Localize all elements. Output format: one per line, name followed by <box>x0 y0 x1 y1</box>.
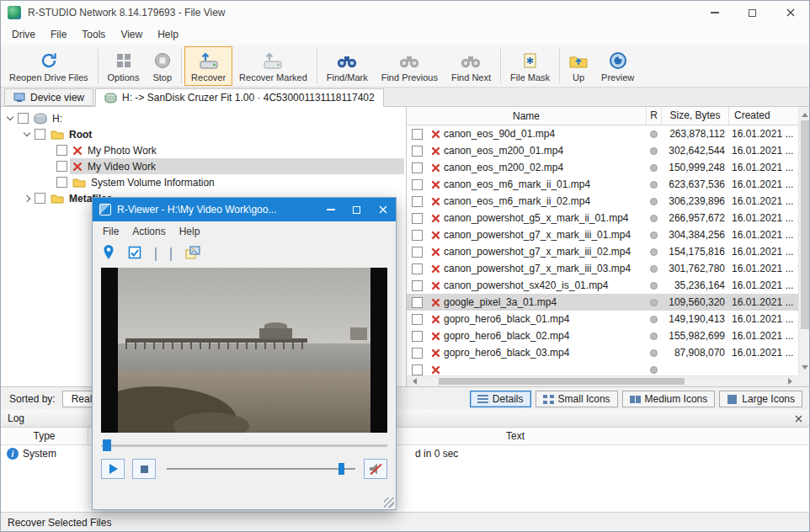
playback-progress-slider[interactable] <box>101 439 387 451</box>
scroll-down-arrow[interactable] <box>802 365 808 373</box>
file-checkbox[interactable] <box>412 364 423 375</box>
recover-marked-button[interactable]: Recover Marked <box>232 46 314 86</box>
tab-device-view[interactable]: Device view <box>4 88 93 106</box>
file-checkbox[interactable] <box>412 314 423 325</box>
file-row[interactable]: canon_powershot_sx420_is_01.mp4 35,236,1… <box>407 277 798 294</box>
menu-view[interactable]: View <box>113 26 150 43</box>
file-checkbox[interactable] <box>412 230 423 241</box>
file-row[interactable]: canon_powershot_g5_x_mark_ii_01.mp4 266,… <box>407 210 798 226</box>
rviewer-menu-file[interactable]: File <box>96 224 125 239</box>
file-row[interactable]: canon_eos_90d_01.mp4 263,878,112 16.01.2… <box>407 125 798 142</box>
file-row[interactable]: canon_eos_m6_mark_ii_01.mp4 623,637,536 … <box>407 176 798 193</box>
next-file-button[interactable] <box>170 247 172 259</box>
log-close-button[interactable] <box>795 415 802 423</box>
tree-checkbox[interactable] <box>35 193 45 204</box>
file-row[interactable]: gopro_hero6_black_01.mp4 149,190,413 16.… <box>407 311 798 327</box>
tree-checkbox[interactable] <box>56 177 67 188</box>
reopen-drive-files-button[interactable]: Reopen Drive Files <box>3 46 95 86</box>
horizontal-scrollbar[interactable] <box>407 375 798 386</box>
file-row[interactable]: canon_eos_m200_01.mp4 302,642,544 16.01.… <box>407 142 798 159</box>
tree-checkbox[interactable] <box>56 145 67 156</box>
file-checkbox[interactable] <box>412 196 423 207</box>
maximize-button[interactable] <box>733 1 771 24</box>
find-next-button[interactable]: Find Next <box>445 46 498 86</box>
expander-down-icon[interactable] <box>7 114 13 120</box>
tree-checkbox[interactable] <box>56 161 67 172</box>
file-checkbox[interactable] <box>412 247 423 258</box>
file-checkbox[interactable] <box>412 348 423 359</box>
file-checkbox[interactable] <box>412 162 423 173</box>
previous-file-button[interactable] <box>155 247 157 259</box>
close-button[interactable] <box>771 1 809 24</box>
progress-track[interactable] <box>101 444 387 447</box>
log-column-text[interactable]: Text <box>506 428 525 444</box>
expander-down-icon[interactable] <box>24 130 30 136</box>
progress-handle[interactable] <box>103 439 111 451</box>
file-checkbox[interactable] <box>412 129 423 140</box>
rviewer-minimize-button[interactable] <box>317 198 344 221</box>
scroll-up-arrow[interactable] <box>802 109 808 117</box>
preview-button[interactable]: Preview <box>594 46 641 86</box>
tree-item-my-video-work[interactable]: My Video Work <box>1 158 406 174</box>
small-icons-view-button[interactable]: Small Icons <box>536 391 618 407</box>
vertical-scroll-thumb[interactable] <box>801 120 809 329</box>
column-name[interactable]: Name <box>407 110 646 122</box>
expander-right-icon[interactable] <box>24 194 30 201</box>
volume-handle[interactable] <box>338 463 344 475</box>
position-pin-button[interactable] <box>103 244 115 263</box>
file-row[interactable] <box>407 361 798 375</box>
horizontal-scroll-thumb[interactable] <box>439 378 685 385</box>
rviewer-menu-help[interactable]: Help <box>173 224 207 239</box>
options-button[interactable]: Options <box>101 46 147 86</box>
volume-track[interactable] <box>167 468 355 470</box>
up-button[interactable]: Up <box>562 46 594 86</box>
file-checkbox[interactable] <box>412 263 423 274</box>
tree-checkbox[interactable] <box>35 129 45 140</box>
column-recovery[interactable]: R <box>646 107 661 125</box>
file-row[interactable]: canon_powershot_g7_x_mark_iii_01.mp4 304… <box>407 226 798 243</box>
file-row[interactable]: canon_eos_m200_02.mp4 150,999,248 16.01.… <box>407 159 798 176</box>
column-created[interactable]: Created <box>728 107 798 125</box>
tab-drive-h[interactable]: H: -> SanDisk Cruzer Fit 1.00 · 4C530001… <box>95 88 384 107</box>
menu-help[interactable]: Help <box>150 26 186 43</box>
file-checkbox[interactable] <box>412 146 423 157</box>
details-view-button[interactable]: Details <box>470 391 531 407</box>
minimize-button[interactable] <box>695 1 733 24</box>
rviewer-close-button[interactable] <box>370 198 396 221</box>
recover-button[interactable]: Recover <box>184 46 232 86</box>
scroll-left-arrow[interactable] <box>409 378 417 385</box>
file-row[interactable]: google_pixel_3a_01.mp4 109,560,320 16.01… <box>407 294 798 311</box>
medium-icons-view-button[interactable]: Medium Icons <box>622 391 716 407</box>
tree-item-system-volume-information[interactable]: System Volume Information <box>1 174 406 190</box>
rviewer-maximize-button[interactable] <box>344 198 370 221</box>
tree-item-drive-h[interactable]: H: <box>1 110 406 126</box>
tree-checkbox[interactable] <box>18 113 29 124</box>
mute-button[interactable] <box>364 459 387 479</box>
menu-tools[interactable]: Tools <box>74 26 113 43</box>
file-mask-button[interactable]: File Mask <box>504 46 557 86</box>
volume-slider[interactable] <box>167 462 355 476</box>
mark-file-button[interactable] <box>128 246 141 262</box>
file-row[interactable]: canon_powershot_g7_x_mark_iii_02.mp4 154… <box>407 243 798 260</box>
file-row[interactable]: canon_eos_m6_mark_ii_02.mp4 306,239,896 … <box>407 193 798 210</box>
file-row[interactable]: canon_powershot_g7_x_mark_iii_03.mp4 301… <box>407 260 798 277</box>
file-checkbox[interactable] <box>412 213 423 224</box>
vertical-scrollbar[interactable] <box>798 107 810 375</box>
file-row[interactable]: gopro_hero6_black_03.mp4 87,908,070 16.0… <box>407 344 798 361</box>
file-checkbox[interactable] <box>412 331 423 342</box>
find-previous-button[interactable]: Find Previous <box>375 46 445 86</box>
file-checkbox[interactable] <box>412 297 423 308</box>
menu-drive[interactable]: Drive <box>4 26 43 43</box>
menu-file[interactable]: File <box>43 26 74 43</box>
stop-button[interactable]: Stop <box>146 46 179 86</box>
tree-item-my-photo-work[interactable]: My Photo Work <box>1 142 406 158</box>
large-icons-view-button[interactable]: Large Icons <box>719 391 802 407</box>
stop-button[interactable] <box>132 459 156 479</box>
file-checkbox[interactable] <box>412 280 423 291</box>
show-in-file-panel-button[interactable] <box>185 246 200 262</box>
log-column-type[interactable]: Type <box>1 428 88 444</box>
tree-item-root[interactable]: Root <box>1 126 406 142</box>
file-checkbox[interactable] <box>412 179 423 190</box>
scroll-right-arrow[interactable] <box>788 378 796 385</box>
rviewer-menu-actions[interactable]: Actions <box>125 224 172 239</box>
